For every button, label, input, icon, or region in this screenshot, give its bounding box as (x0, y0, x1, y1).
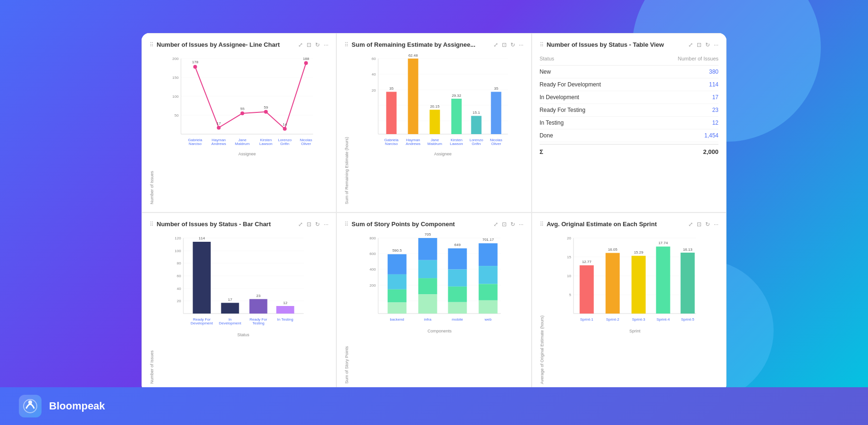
drag-handle-icon6[interactable]: ⠿ (540, 221, 544, 228)
svg-text:150: 150 (172, 76, 179, 80)
table-row-done: Done 1,454 (540, 129, 718, 142)
svg-rect-130 (479, 243, 498, 266)
svg-text:17: 17 (228, 298, 232, 302)
svg-text:Narciso: Narciso (385, 142, 398, 146)
svg-text:5: 5 (569, 293, 571, 297)
svg-text:16.05: 16.05 (608, 247, 618, 252)
svg-text:40: 40 (177, 287, 181, 291)
svg-rect-122 (418, 278, 437, 294)
expand-icon3[interactable]: ⤢ (688, 42, 693, 48)
refresh-icon5[interactable]: ↻ (510, 221, 515, 228)
resize-icon6[interactable]: ⊡ (697, 221, 701, 228)
svg-rect-51 (430, 110, 440, 134)
svg-text:Narciso: Narciso (189, 142, 202, 146)
svg-text:Sprint-1: Sprint-1 (580, 317, 593, 322)
svg-point-11 (193, 65, 197, 69)
bar-status-title: Number of Issues by Status - Bar Chart (157, 221, 271, 228)
svg-text:12: 12 (283, 301, 287, 305)
svg-text:15.29: 15.29 (634, 250, 643, 255)
expand-icon2[interactable]: ⤢ (493, 42, 498, 48)
table-row-new: New 380 (540, 66, 718, 78)
more-icon[interactable]: ··· (324, 42, 328, 48)
expand-icon[interactable]: ⤢ (298, 42, 303, 48)
svg-point-15 (283, 127, 287, 131)
svg-text:200: 200 (172, 57, 179, 61)
resize-icon2[interactable]: ⊡ (502, 42, 507, 48)
svg-text:114: 114 (199, 236, 205, 240)
more-icon2[interactable]: ··· (519, 42, 524, 48)
svg-rect-89 (221, 303, 239, 314)
drag-handle-icon[interactable]: ⠿ (150, 42, 154, 48)
drag-handle-icon5[interactable]: ⠿ (344, 221, 349, 228)
line-chart-title: Number of Issues by Assignee- Line Chart (157, 41, 280, 48)
refresh-icon[interactable]: ↻ (315, 42, 320, 48)
bar-chart-assignee-panel: ⠿ Sum of Remaining Estimate by Assignee.… (336, 33, 531, 212)
more-icon6[interactable]: ··· (714, 221, 718, 228)
status-rfd: Ready For Development (540, 81, 601, 88)
bottom-bar: Bloompeak (0, 387, 868, 425)
total-value: 2,000 (703, 148, 718, 155)
svg-text:590.5: 590.5 (392, 248, 402, 253)
svg-rect-115 (388, 254, 407, 274)
svg-text:35: 35 (494, 86, 499, 91)
count-rfd: 114 (709, 81, 718, 88)
status-done: Done (540, 132, 553, 139)
total-row: Σ 2,000 (540, 144, 718, 155)
svg-text:Sprint-3: Sprint-3 (632, 317, 645, 322)
bar-chart-status-panel: ⠿ Number of Issues by Status - Bar Chart… (142, 212, 336, 392)
svg-text:10: 10 (567, 274, 571, 278)
count-rft: 23 (712, 107, 718, 113)
expand-icon5[interactable]: ⤢ (493, 221, 498, 228)
refresh-icon2[interactable]: ↻ (510, 42, 515, 48)
count-done: 1,454 (704, 132, 718, 139)
svg-rect-93 (276, 306, 294, 314)
svg-rect-128 (448, 302, 467, 314)
svg-text:web: web (484, 317, 492, 322)
resize-icon5[interactable]: ⊡ (502, 221, 507, 228)
more-icon3[interactable]: ··· (714, 42, 718, 48)
svg-rect-117 (388, 289, 407, 303)
svg-text:mobile: mobile (452, 317, 463, 322)
resize-icon3[interactable]: ⊡ (697, 42, 701, 48)
svg-text:Status: Status (237, 332, 250, 337)
count-new: 380 (709, 68, 718, 75)
svg-rect-126 (448, 270, 467, 287)
more-icon4[interactable]: ··· (324, 221, 328, 228)
refresh-icon3[interactable]: ↻ (705, 42, 710, 48)
svg-text:Sprint-4: Sprint-4 (656, 317, 670, 322)
svg-text:62.48: 62.48 (409, 53, 418, 58)
svg-text:188: 188 (303, 57, 309, 61)
drag-handle-icon2[interactable]: ⠿ (344, 42, 349, 48)
stacked-bar-title: Sum of Story Points by Component (351, 221, 455, 228)
svg-text:20: 20 (177, 299, 181, 303)
svg-point-12 (217, 126, 221, 129)
svg-text:Development: Development (191, 321, 213, 325)
svg-rect-118 (388, 303, 407, 314)
more-icon5[interactable]: ··· (519, 221, 524, 228)
svg-point-168 (28, 400, 32, 404)
svg-text:100: 100 (175, 249, 181, 253)
resize-icon4[interactable]: ⊡ (307, 221, 311, 228)
svg-rect-159 (680, 253, 694, 314)
svg-rect-121 (418, 260, 437, 278)
logo-icon (19, 395, 42, 417)
expand-icon6[interactable]: ⤢ (688, 221, 693, 228)
status-new: New (540, 68, 551, 75)
svg-text:Development: Development (219, 321, 242, 325)
svg-text:Sprint-5: Sprint-5 (681, 317, 694, 322)
svg-text:Testing: Testing (252, 321, 264, 325)
table-row-ind: In Development 17 (540, 91, 718, 104)
expand-icon4[interactable]: ⤢ (298, 221, 303, 228)
resize-icon[interactable]: ⊡ (307, 42, 311, 48)
table-row-rfd: Ready For Development 114 (540, 78, 718, 91)
svg-point-13 (241, 111, 244, 115)
refresh-icon6[interactable]: ↻ (705, 221, 710, 228)
svg-rect-47 (386, 92, 397, 134)
drag-handle-icon4[interactable]: ⠿ (150, 221, 154, 228)
y-axis-label2: Sum of Remaining Estimate (hours) (344, 137, 349, 204)
svg-text:120: 120 (175, 236, 181, 240)
refresh-icon4[interactable]: ↻ (315, 221, 320, 228)
drag-handle-icon3[interactable]: ⠿ (540, 42, 544, 48)
svg-text:17: 17 (217, 121, 221, 126)
svg-text:29.32: 29.32 (452, 94, 462, 98)
